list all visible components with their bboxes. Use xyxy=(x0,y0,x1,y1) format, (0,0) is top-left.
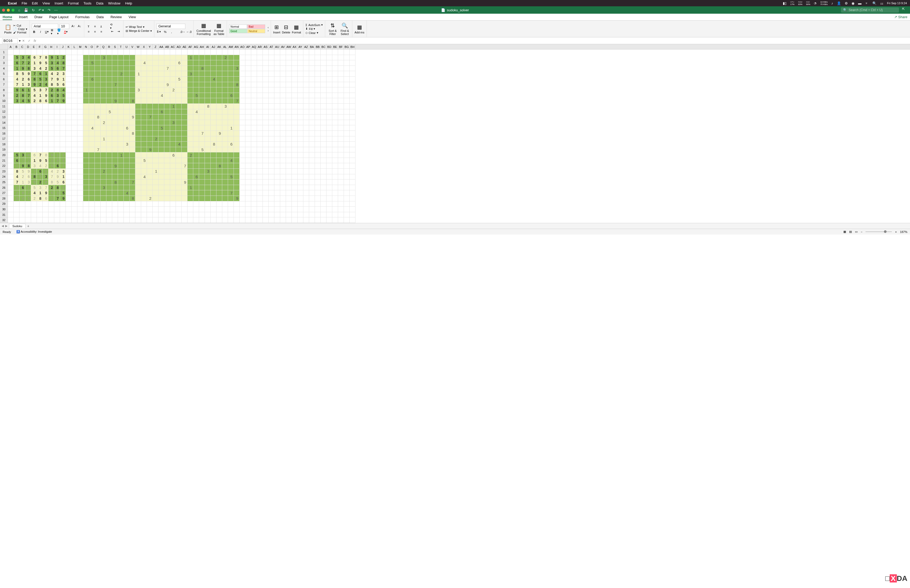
cell[interactable] xyxy=(274,163,280,169)
cell[interactable] xyxy=(327,190,332,196)
cell[interactable] xyxy=(332,147,338,153)
cell[interactable] xyxy=(37,142,43,147)
cell[interactable] xyxy=(153,109,158,115)
format-painter-button[interactable]: 🖌 Format xyxy=(13,31,27,34)
cell[interactable] xyxy=(211,190,217,196)
cell[interactable]: 2 xyxy=(222,55,228,61)
cell[interactable] xyxy=(89,196,95,201)
cell[interactable] xyxy=(350,201,356,207)
cell[interactable] xyxy=(83,120,89,126)
cell[interactable]: 6 xyxy=(60,179,66,185)
cell[interactable] xyxy=(118,174,124,180)
cell[interactable] xyxy=(211,120,217,126)
cell[interactable]: 8 xyxy=(25,66,31,71)
cell[interactable] xyxy=(205,77,211,82)
cell[interactable] xyxy=(147,179,153,185)
cell[interactable]: 2 xyxy=(37,179,43,185)
cell[interactable] xyxy=(66,104,72,109)
cell[interactable] xyxy=(170,125,176,131)
cell[interactable] xyxy=(89,174,95,180)
cell[interactable] xyxy=(297,98,303,104)
cell[interactable] xyxy=(239,120,246,126)
cell[interactable] xyxy=(228,207,234,212)
cell[interactable]: 4 xyxy=(158,93,164,99)
cell[interactable] xyxy=(112,136,118,142)
cell[interactable] xyxy=(83,60,89,66)
cell[interactable] xyxy=(107,55,112,61)
cell[interactable] xyxy=(107,147,112,153)
cell[interactable] xyxy=(268,190,274,196)
cell[interactable]: 9 xyxy=(217,131,222,136)
cell[interactable]: 7 xyxy=(112,82,118,88)
cell[interactable] xyxy=(112,50,118,55)
cell[interactable] xyxy=(153,98,158,104)
cell[interactable] xyxy=(89,136,95,142)
cell[interactable] xyxy=(153,66,158,71)
cell[interactable] xyxy=(286,50,292,55)
cell[interactable] xyxy=(303,109,309,115)
cell[interactable] xyxy=(170,50,176,55)
cell[interactable]: 5 xyxy=(199,147,205,153)
cell[interactable] xyxy=(141,77,147,82)
cell[interactable] xyxy=(147,125,153,131)
cell[interactable] xyxy=(112,115,118,120)
cell[interactable] xyxy=(25,207,31,212)
cell[interactable] xyxy=(344,109,350,115)
cell[interactable] xyxy=(100,109,107,115)
cell[interactable] xyxy=(280,158,286,163)
cell[interactable] xyxy=(164,174,170,180)
cell[interactable] xyxy=(118,163,124,169)
cell[interactable] xyxy=(164,163,170,169)
wrap-text-button[interactable]: ↩ Wrap Text ▾ xyxy=(126,25,152,29)
cell[interactable] xyxy=(176,190,182,196)
tab-data[interactable]: Data xyxy=(96,15,103,19)
cell[interactable]: 6 xyxy=(25,174,31,180)
cell[interactable]: 4 xyxy=(228,158,234,163)
column-header[interactable]: M xyxy=(78,44,83,49)
cell[interactable] xyxy=(274,71,280,77)
cell[interactable] xyxy=(112,109,118,115)
cell[interactable] xyxy=(321,60,327,66)
cell[interactable] xyxy=(48,120,54,126)
cell[interactable] xyxy=(147,109,153,115)
cell[interactable] xyxy=(205,82,211,88)
cell[interactable] xyxy=(112,93,118,99)
cell[interactable] xyxy=(263,207,268,212)
cell[interactable] xyxy=(135,207,141,212)
cell[interactable] xyxy=(292,93,297,99)
cell[interactable]: 5 xyxy=(60,93,66,99)
namebox-dropdown-icon[interactable]: ▾ xyxy=(19,39,21,43)
cell[interactable] xyxy=(187,115,193,120)
column-header[interactable]: V xyxy=(129,44,135,49)
cell[interactable]: 8 xyxy=(48,179,54,185)
cell[interactable] xyxy=(60,50,66,55)
cell[interactable] xyxy=(211,50,217,55)
cell[interactable] xyxy=(89,163,95,169)
cell[interactable] xyxy=(263,98,268,104)
cell[interactable] xyxy=(164,158,170,163)
cell[interactable] xyxy=(25,201,31,207)
cell[interactable] xyxy=(297,142,303,147)
cell[interactable]: 1 xyxy=(60,77,66,82)
cell[interactable]: 4 xyxy=(31,93,37,99)
row-header[interactable]: 24 xyxy=(0,174,8,180)
merge-button[interactable]: ⊟ Merge & Center ▾ xyxy=(126,29,152,32)
cell[interactable]: 4 xyxy=(211,77,217,82)
cell[interactable] xyxy=(338,142,344,147)
column-header[interactable]: Z xyxy=(153,44,158,49)
cell[interactable] xyxy=(327,136,332,142)
cell[interactable] xyxy=(141,66,147,71)
cell[interactable]: 6 xyxy=(89,77,95,82)
cell[interactable] xyxy=(309,169,315,174)
cell[interactable] xyxy=(8,201,14,207)
cell[interactable] xyxy=(297,71,303,77)
cell[interactable] xyxy=(124,50,129,55)
column-header[interactable]: AI xyxy=(205,44,211,49)
cell[interactable] xyxy=(193,71,199,77)
cell[interactable] xyxy=(187,77,193,82)
cell[interactable] xyxy=(280,174,286,180)
cell[interactable]: 7 xyxy=(228,190,234,196)
cell[interactable] xyxy=(257,115,263,120)
cell[interactable] xyxy=(14,207,19,212)
cell[interactable] xyxy=(193,179,199,185)
